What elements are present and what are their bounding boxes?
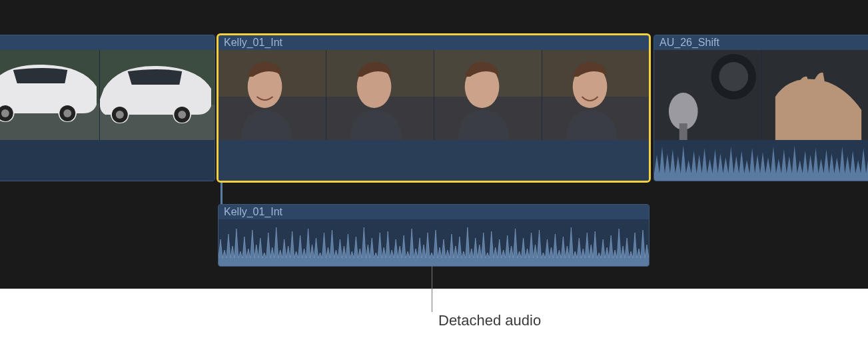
thumbnail-person-icon: [218, 50, 326, 140]
clip-inline-audio: [0, 140, 215, 181]
clip-thumbnails: [0, 50, 215, 140]
video-clip[interactable]: [0, 35, 215, 181]
clip-label: [0, 35, 215, 50]
thumbnail-person-icon: [434, 50, 542, 140]
waveform-icon: [0, 140, 215, 181]
thumbnail-car-icon: [100, 50, 215, 140]
clip-label: AU_26_Shift: [654, 35, 868, 50]
video-clip[interactable]: AU_26_Shift: [653, 35, 868, 181]
svg-point-11: [178, 111, 186, 119]
svg-rect-12: [0, 140, 215, 181]
svg-point-3: [1, 109, 9, 117]
svg-rect-30: [679, 123, 687, 140]
thumbnail-gearshift-icon: [654, 50, 761, 140]
svg-rect-25: [218, 140, 649, 181]
waveform-icon: [654, 140, 868, 181]
thumbnail-person-icon: [326, 50, 434, 140]
waveform-icon: [218, 219, 649, 267]
detached-audio-waveform: [218, 219, 649, 267]
clip-inline-audio: [654, 140, 868, 181]
thumbnail-person-icon: [542, 50, 649, 140]
callout-label: Detached audio: [438, 312, 541, 329]
clip-thumbnails: [218, 50, 649, 140]
clip-label: Kelly_01_Int: [218, 35, 649, 50]
clip-thumbnails: [654, 50, 868, 140]
waveform-icon: [218, 140, 649, 181]
svg-point-5: [63, 109, 71, 117]
svg-point-9: [116, 111, 124, 119]
audio-track: Kelly_01_Int: [0, 204, 868, 267]
video-track: Kelly_01_Int: [0, 35, 868, 181]
thumbnail-hand-icon: [762, 50, 868, 140]
callout-leader-line: [432, 265, 432, 312]
detached-audio-clip[interactable]: Kelly_01_Int: [218, 204, 650, 267]
video-clip-selected[interactable]: Kelly_01_Int: [218, 35, 650, 181]
clip-label: Kelly_01_Int: [218, 205, 649, 219]
svg-point-28: [719, 62, 748, 91]
clip-inline-audio: [218, 140, 649, 181]
timeline[interactable]: Kelly_01_Int: [0, 0, 868, 289]
clip-connector: [220, 181, 222, 204]
thumbnail-car-icon: [0, 50, 99, 140]
